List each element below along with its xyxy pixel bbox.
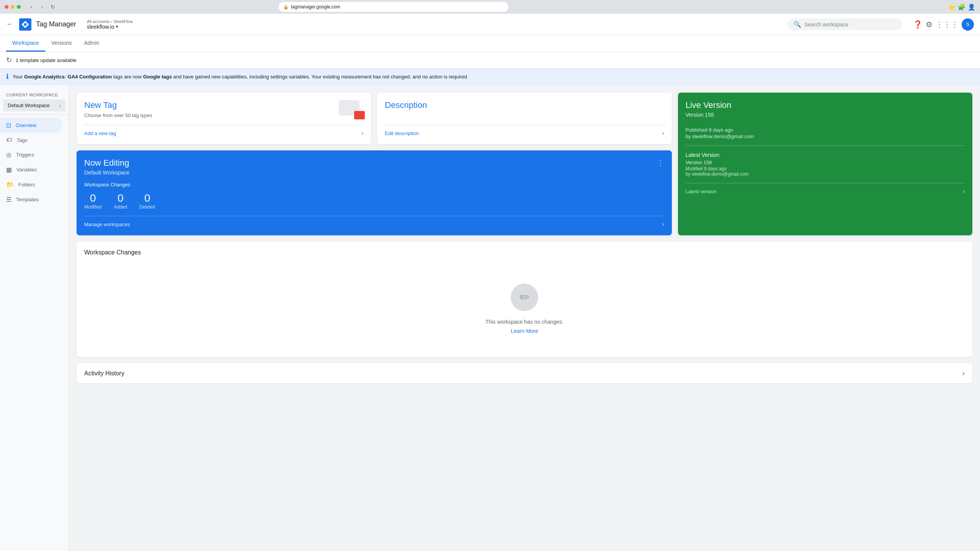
edit-pencil-icon: ✏ [519, 290, 530, 305]
sidebar-workspace-selector[interactable]: Default Workspace › [3, 99, 65, 111]
browser-actions: ⭐ 🧩 👤 [948, 3, 975, 11]
nav-tabs: Workspace Versions Admin [0, 35, 980, 52]
tag-icon-red [354, 111, 365, 119]
live-version-footer: Latest version › [686, 183, 965, 195]
tab-admin[interactable]: Admin [78, 35, 105, 52]
variables-icon: ▦ [6, 166, 12, 173]
chevron-right-icon: › [59, 103, 61, 108]
sidebar: Current Workspace Default Workspace › ⊡ … [0, 85, 69, 551]
now-editing-footer: Manage workspaces › [84, 216, 664, 228]
now-editing-text: Now Editing Default Workspace [84, 158, 129, 176]
latest-version-modified: Modified 9 days ago [686, 166, 965, 171]
sidebar-item-templates[interactable]: ☰ Templates [0, 192, 62, 207]
info-notification: ℹ Your Google Analytics: GA4 Configurati… [0, 68, 980, 85]
activity-history-title: Activity History [84, 370, 124, 377]
search-placeholder-text: Search workspace [804, 21, 848, 28]
workspace-changes-mini-label: Workspace Changes [84, 182, 664, 187]
svg-rect-1 [24, 23, 26, 25]
latest-version-name: Version 158 [686, 160, 965, 165]
templates-icon: ☰ [6, 196, 11, 203]
live-version-subtitle: Version 158 [686, 112, 965, 118]
nav-back-button[interactable]: ‹ [27, 2, 36, 11]
cards-main-grid: New Tag Choose from over 50 tag types [77, 93, 972, 235]
content-area: New Tag Choose from over 50 tag types [69, 85, 980, 551]
deleted-stat: 0 Deleted [139, 192, 155, 210]
info-bold2: Google tags [143, 74, 172, 80]
sidebar-item-label-templates: Templates [16, 197, 39, 202]
modified-count: 0 [84, 192, 101, 204]
added-label: Added [114, 204, 127, 210]
triggers-icon: ◎ [6, 151, 11, 158]
live-version-divider [686, 145, 965, 146]
close-dot[interactable] [5, 5, 8, 9]
settings-icon[interactable]: ⚙ [926, 20, 933, 29]
manage-workspaces-link[interactable]: Manage workspaces [84, 222, 130, 227]
apps-icon[interactable]: ⋮⋮⋮ [936, 20, 959, 29]
live-version-card: Live Version Version 158 Published 9 day… [678, 93, 972, 235]
deleted-count: 0 [139, 192, 155, 204]
sidebar-item-label-tags: Tags [17, 137, 27, 143]
url-display: tagmanager.google.com [291, 4, 340, 10]
nav-refresh-button[interactable]: ↻ [48, 2, 57, 11]
browser-window-controls [5, 5, 21, 9]
tab-workspace[interactable]: Workspace [6, 35, 45, 52]
search-bar[interactable]: 🔍 Search workspace [787, 18, 902, 30]
now-editing-workspace-name: Default Workspace [84, 170, 129, 176]
new-tag-card-text: New Tag Choose from over 50 tag types [84, 100, 152, 118]
workspace-changes-card: Workspace Changes ✏ This workspace has n… [77, 241, 972, 357]
sidebar-divider [0, 114, 69, 115]
folders-icon: 📁 [6, 181, 14, 188]
help-icon[interactable]: ❓ [913, 20, 923, 29]
modified-stat: 0 Modified [84, 192, 101, 210]
sidebar-item-overview[interactable]: ⊡ Overview [0, 118, 62, 133]
latest-version-link[interactable]: Latest version [686, 189, 717, 194]
sidebar-item-triggers[interactable]: ◎ Triggers [0, 147, 62, 162]
added-stat: 0 Added [114, 192, 127, 210]
template-update-text: 1 template update available [16, 57, 77, 63]
activity-history-card[interactable]: Activity History › [77, 363, 972, 383]
profile-icon[interactable]: 👤 [968, 3, 975, 11]
more-menu-icon[interactable]: ⋮ [657, 158, 664, 167]
now-editing-chevron-icon: › [662, 221, 664, 228]
app-header: ← Tag Manager All accounts › SleekFlow s… [0, 14, 980, 35]
workspace-changes-mini: Workspace Changes 0 Modified 0 Added 0 D [84, 182, 664, 210]
sidebar-workspace-name: Default Workspace [8, 103, 50, 108]
empty-state-icon-container: ✏ [511, 284, 538, 311]
tags-icon: 🏷 [6, 137, 12, 143]
nav-forward-button[interactable]: › [38, 2, 47, 11]
tag-icon-illustration [339, 100, 363, 119]
extensions-icon[interactable]: 🧩 [958, 3, 965, 11]
browser-chrome: ‹ › ↻ 🔒 tagmanager.google.com ⭐ 🧩 👤 [0, 0, 980, 14]
new-tag-title: New Tag [84, 100, 152, 110]
sidebar-item-variables[interactable]: ▦ Variables [0, 162, 62, 177]
info-icon: ℹ [6, 72, 9, 81]
bookmark-icon[interactable]: ⭐ [948, 3, 956, 11]
new-tag-card-top: New Tag Choose from over 50 tag types [84, 100, 363, 119]
avatar[interactable]: S [962, 18, 974, 31]
maximize-dot[interactable] [17, 5, 21, 9]
latest-version-by: by sleekflow.demo@gmail.com [686, 171, 965, 177]
new-tag-description: Choose from over 50 tag types [84, 112, 152, 118]
tab-versions[interactable]: Versions [45, 35, 78, 52]
sidebar-item-label-folders: Folders [18, 182, 35, 187]
minimize-dot[interactable] [11, 5, 15, 9]
sidebar-item-label-variables: Variables [16, 167, 37, 173]
overview-icon: ⊡ [6, 122, 11, 129]
deleted-label: Deleted [139, 204, 155, 210]
sidebar-item-tags[interactable]: 🏷 Tags [0, 133, 62, 147]
learn-more-link[interactable]: Learn More [511, 328, 538, 334]
back-button[interactable]: ← [6, 20, 13, 28]
sidebar-item-label-overview: Overview [16, 122, 36, 128]
now-editing-header: Now Editing Default Workspace ⋮ [84, 158, 664, 176]
edit-description-link[interactable]: Edit description [385, 130, 419, 136]
account-name-button[interactable]: sleekflow.io [87, 24, 133, 30]
workspace-changes-section-title: Workspace Changes [84, 249, 965, 256]
new-tag-card-footer: Add a new tag › [84, 125, 363, 137]
empty-state: ✏ This workspace has no changes. Learn M… [84, 268, 965, 349]
sidebar-item-folders[interactable]: 📁 Folders [0, 177, 62, 192]
address-bar[interactable]: 🔒 tagmanager.google.com [279, 2, 508, 12]
empty-state-text: This workspace has no changes. [485, 319, 564, 325]
add-new-tag-link[interactable]: Add a new tag [84, 130, 116, 136]
activity-history-chevron-icon: › [962, 369, 965, 377]
account-selector: All accounts › SleekFlow sleekflow.io [87, 19, 133, 30]
